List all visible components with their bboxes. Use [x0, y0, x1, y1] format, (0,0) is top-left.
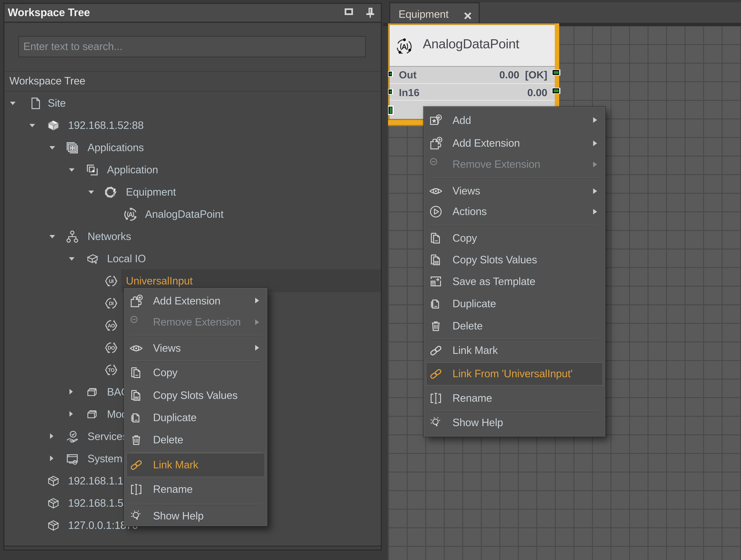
- svg-text:DO: DO: [108, 345, 115, 350]
- svg-text:A: A: [401, 43, 407, 51]
- svg-text:A: A: [128, 211, 133, 218]
- svg-text:123: 123: [434, 261, 439, 264]
- svg-text:o: o: [432, 283, 433, 286]
- svg-text:TO: TO: [108, 367, 115, 373]
- svg-text:UI: UI: [109, 278, 114, 284]
- svg-text:DI: DI: [109, 301, 114, 306]
- svg-text:123: 123: [135, 397, 139, 399]
- svg-text:AO: AO: [108, 323, 115, 328]
